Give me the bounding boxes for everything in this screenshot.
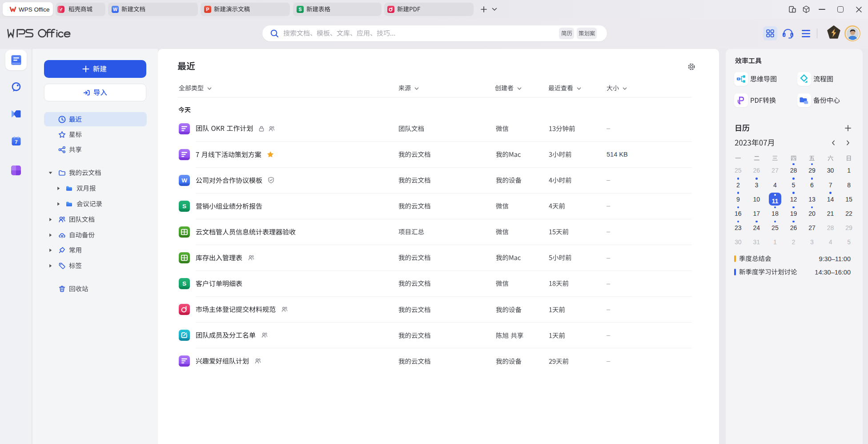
svg-text:S: S	[298, 7, 301, 12]
svg-text:W: W	[181, 177, 187, 184]
svg-text:P: P	[206, 7, 209, 12]
svg-text:W: W	[113, 7, 117, 12]
svg-text:S: S	[182, 280, 186, 287]
svg-text:S: S	[182, 203, 186, 210]
svg-text:7: 7	[15, 139, 17, 145]
